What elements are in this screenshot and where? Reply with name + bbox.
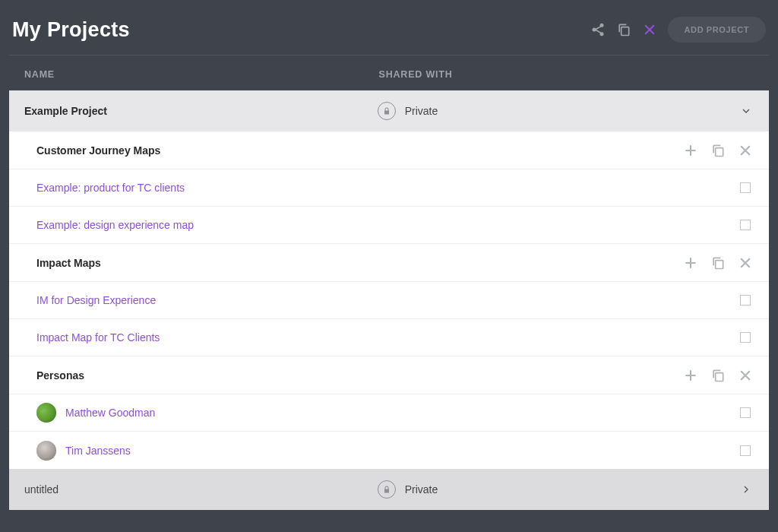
svg-rect-4 bbox=[595, 29, 601, 33]
copy-icon[interactable] bbox=[710, 142, 726, 159]
list-item: Example: product for TC clients bbox=[9, 169, 769, 207]
project-name: Example Project bbox=[24, 105, 378, 117]
list-item: Tim Janssens bbox=[9, 432, 769, 469]
item-link[interactable]: Impact Map for TC Clients bbox=[36, 331, 740, 344]
group-title: Customer Journey Maps bbox=[36, 144, 682, 157]
close-icon[interactable] bbox=[737, 255, 754, 271]
avatar bbox=[36, 403, 56, 423]
group-header-personas: Personas bbox=[9, 356, 769, 394]
svg-rect-6 bbox=[716, 147, 723, 156]
lock-icon bbox=[378, 102, 396, 120]
svg-rect-5 bbox=[621, 27, 628, 36]
list-item: IM for Design Experience bbox=[9, 282, 769, 319]
group-actions bbox=[682, 367, 754, 384]
project-sharing: Private bbox=[378, 102, 738, 120]
group-actions bbox=[682, 142, 754, 159]
checkbox[interactable] bbox=[740, 182, 751, 193]
lock-icon bbox=[378, 480, 396, 499]
avatar bbox=[36, 441, 56, 461]
column-headers: NAME SHARED WITH bbox=[9, 55, 769, 90]
persona-name: Matthew Goodman bbox=[65, 407, 155, 419]
sharing-label: Private bbox=[405, 483, 438, 496]
copy-icon[interactable] bbox=[710, 367, 726, 384]
list-item: Impact Map for TC Clients bbox=[9, 319, 769, 356]
projects-panel: Example Project Private Customer Journey… bbox=[9, 90, 769, 510]
close-icon[interactable] bbox=[737, 142, 754, 159]
svg-rect-8 bbox=[716, 372, 723, 381]
column-shared-with: SHARED WITH bbox=[379, 69, 754, 80]
checkbox[interactable] bbox=[740, 445, 751, 456]
group-title: Personas bbox=[36, 369, 682, 382]
copy-icon[interactable] bbox=[710, 255, 726, 271]
item-link[interactable]: IM for Design Experience bbox=[36, 294, 740, 306]
checkbox[interactable] bbox=[740, 295, 751, 306]
list-item: Example: design experience map bbox=[9, 207, 769, 244]
checkbox[interactable] bbox=[740, 220, 751, 230]
copy-icon[interactable] bbox=[616, 22, 631, 37]
group-header-impact-maps: Impact Maps bbox=[9, 244, 769, 282]
page-title: My Projects bbox=[12, 18, 130, 42]
persona-name: Tim Janssens bbox=[65, 445, 131, 457]
group-actions bbox=[682, 255, 754, 271]
close-icon[interactable] bbox=[737, 367, 754, 384]
sharing-label: Private bbox=[405, 105, 438, 117]
page-header: My Projects ADD PROJECT bbox=[9, 9, 769, 55]
list-item: Matthew Goodman bbox=[9, 394, 769, 432]
plus-icon[interactable] bbox=[682, 367, 699, 384]
persona-link[interactable]: Tim Janssens bbox=[36, 441, 740, 461]
project-row[interactable]: Example Project Private bbox=[9, 90, 769, 131]
svg-rect-7 bbox=[716, 260, 723, 268]
close-icon[interactable] bbox=[642, 22, 657, 37]
checkbox[interactable] bbox=[740, 332, 751, 343]
share-icon[interactable] bbox=[590, 22, 606, 37]
persona-link[interactable]: Matthew Goodman bbox=[36, 403, 740, 423]
item-link[interactable]: Example: product for TC clients bbox=[36, 182, 740, 194]
plus-icon[interactable] bbox=[682, 142, 699, 159]
add-project-button[interactable]: ADD PROJECT bbox=[668, 17, 766, 43]
project-name: untitled bbox=[24, 483, 378, 496]
group-header-customer-journey-maps: Customer Journey Maps bbox=[9, 131, 769, 169]
item-link[interactable]: Example: design experience map bbox=[36, 219, 740, 231]
checkbox[interactable] bbox=[740, 407, 751, 418]
column-name: NAME bbox=[24, 69, 379, 80]
group-title: Impact Maps bbox=[36, 257, 682, 269]
plus-icon[interactable] bbox=[682, 255, 699, 271]
project-row[interactable]: untitled Private bbox=[9, 469, 769, 510]
project-sharing: Private bbox=[378, 480, 738, 499]
header-actions: ADD PROJECT bbox=[590, 17, 766, 43]
chevron-right-icon[interactable] bbox=[738, 482, 754, 497]
svg-point-1 bbox=[592, 28, 596, 32]
chevron-down-icon[interactable] bbox=[738, 103, 754, 119]
svg-rect-3 bbox=[595, 26, 601, 30]
